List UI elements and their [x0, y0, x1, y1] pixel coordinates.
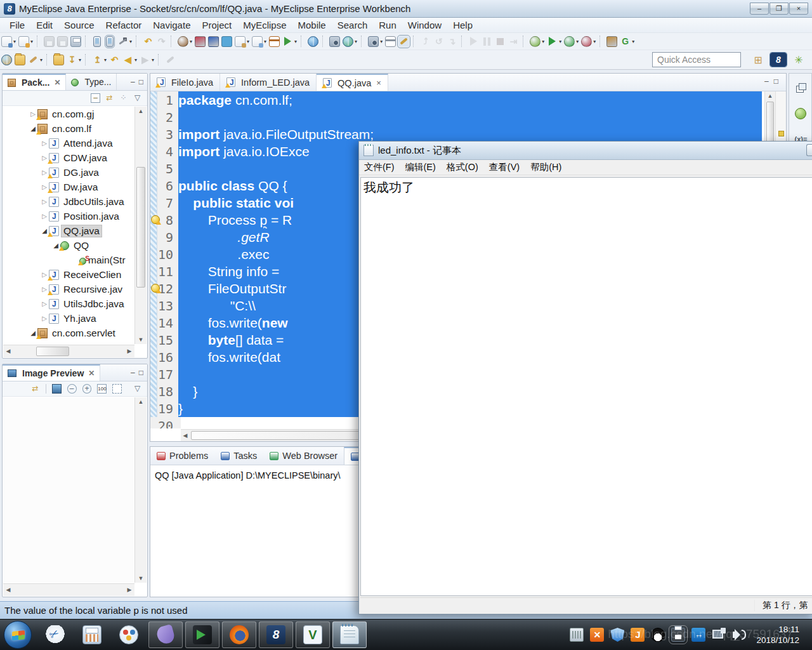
- printer-queue-tray-icon[interactable]: [671, 628, 685, 642]
- tree-item-cdw-java[interactable]: ▷CDW.java: [3, 150, 134, 165]
- debug-icon[interactable]: [530, 36, 540, 47]
- tree-horizontal-scrollbar[interactable]: ◀ ▶: [3, 345, 134, 357]
- close-tab-icon[interactable]: ✕: [54, 78, 60, 87]
- last-edit-location-icon[interactable]: ↶: [109, 55, 120, 65]
- print-icon[interactable]: [70, 36, 81, 47]
- tree-item-utilsjdbc-java[interactable]: ▷UtilsJdbc.java: [3, 296, 134, 311]
- warning-marker[interactable]: [778, 131, 784, 136]
- restore-views-icon[interactable]: [795, 83, 806, 94]
- minimize-view-icon[interactable]: –: [131, 368, 135, 377]
- editor-tab-inform_led.java[interactable]: Inform_LED.java: [220, 74, 317, 91]
- image-icon[interactable]: [52, 384, 62, 394]
- tree-item-main-str[interactable]: Smain(Str: [3, 253, 134, 267]
- debug-perspective-button[interactable]: ✳: [790, 53, 807, 67]
- previous-annotation-dropdown-icon[interactable]: ▾: [104, 57, 107, 63]
- notepad-text-area[interactable]: 我成功了: [360, 177, 812, 596]
- new-web-cube-icon[interactable]: [208, 36, 219, 47]
- close-tab-icon[interactable]: ×: [376, 78, 381, 88]
- dolphin-app-taskbar-button[interactable]: [148, 621, 183, 648]
- new-class-wizard-icon[interactable]: [235, 36, 246, 47]
- maximize-view-icon[interactable]: □: [139, 368, 143, 377]
- tree-item-qq[interactable]: ◢QQ: [3, 238, 134, 253]
- menu-navigate[interactable]: Navigate: [147, 18, 196, 32]
- previous-annotation-icon[interactable]: ↥: [92, 55, 103, 65]
- back-history-dropdown-icon[interactable]: ▾: [134, 57, 137, 63]
- dropdown-menu-icon[interactable]: ▽: [133, 384, 142, 394]
- dropdown-menu-icon[interactable]: ▽: [133, 93, 142, 103]
- menu-search[interactable]: Search: [332, 18, 374, 32]
- debug-view-icon[interactable]: [795, 108, 806, 119]
- editplus-app-taskbar-button[interactable]: [185, 621, 219, 648]
- volume-tray-icon[interactable]: [732, 628, 746, 642]
- mark-occurrences-dropdown-icon[interactable]: ▾: [40, 57, 43, 63]
- tree-item-attend-java[interactable]: ▷Attend.java: [3, 136, 134, 150]
- link-icon[interactable]: ⇄: [30, 384, 40, 394]
- junit-dropdown-icon[interactable]: ▾: [632, 39, 634, 44]
- new-view-wizard-icon[interactable]: [18, 36, 29, 47]
- tree-item-yh-java[interactable]: ▷Yh.java: [3, 311, 134, 326]
- tab-package-explorer[interactable]: Pack... ✕: [3, 74, 66, 90]
- tree-item-cn-com-gj[interactable]: ▷cn.com.gj: [3, 107, 134, 121]
- new-interface-wizard-icon[interactable]: [252, 36, 263, 47]
- run-icon[interactable]: [549, 37, 556, 46]
- myeclipse-taskbar-button[interactable]: 8: [259, 621, 293, 648]
- firefox-taskbar-button[interactable]: [222, 621, 256, 648]
- code-line-2[interactable]: 2: [150, 109, 786, 126]
- start-button[interactable]: [4, 621, 32, 649]
- run-dropdown-icon[interactable]: ▾: [559, 39, 561, 44]
- notepad-taskbar-button[interactable]: [332, 621, 367, 648]
- run-on-server-icon[interactable]: [284, 37, 291, 46]
- tree-item-dw-java[interactable]: ▷Dw.java: [3, 180, 134, 194]
- build-hammer-icon[interactable]: [117, 36, 128, 47]
- view-menu-icon[interactable]: ⁘: [119, 93, 128, 103]
- tab-type-hierarchy[interactable]: Type...: [66, 74, 117, 90]
- tree-vertical-scrollbar[interactable]: ▲ ▼: [134, 107, 147, 344]
- notepad-menu-item[interactable]: 查看(V): [489, 160, 525, 175]
- menu-edit[interactable]: Edit: [30, 18, 58, 32]
- snipping-tool-taskbar-button[interactable]: [38, 621, 72, 648]
- maximize-editor-icon[interactable]: □: [774, 77, 778, 86]
- java-update-tray-icon[interactable]: J: [631, 628, 645, 642]
- notepad-menu-item[interactable]: 编辑(E): [405, 160, 442, 175]
- vm-app-taskbar-button[interactable]: V: [296, 621, 330, 648]
- tree-item-receiveclien[interactable]: ▷ReceiveClien: [3, 267, 134, 282]
- menu-source[interactable]: Source: [58, 18, 100, 32]
- close-tab-icon[interactable]: ✕: [88, 369, 95, 378]
- tree-item-qq-java[interactable]: ◢QQ.java: [3, 223, 134, 238]
- keyboard-layout-tray-icon[interactable]: [570, 628, 584, 642]
- teamviewer-tray-icon[interactable]: ↔: [691, 628, 705, 642]
- report-designer-icon[interactable]: [329, 36, 340, 47]
- tree-item-dg-java[interactable]: ▷DG.java: [3, 165, 134, 180]
- zoom-out-icon[interactable]: –: [67, 384, 77, 394]
- new-bean-dropdown-icon[interactable]: ▾: [190, 39, 192, 44]
- pc-manager-shield-tray-icon[interactable]: [610, 628, 624, 642]
- maximize-view-icon[interactable]: □: [139, 77, 143, 86]
- open-resource-icon[interactable]: [15, 55, 25, 65]
- minimize-editor-icon[interactable]: –: [764, 77, 769, 86]
- open-perspective-button[interactable]: ⊞: [750, 53, 766, 67]
- web-browser-icon[interactable]: [343, 36, 353, 47]
- open-bean-folder-icon[interactable]: [53, 55, 64, 65]
- debug-dropdown-icon[interactable]: ▾: [542, 39, 544, 44]
- junit-icon[interactable]: G: [620, 36, 631, 47]
- tab-web-browser[interactable]: Web Browser: [263, 447, 344, 465]
- warning-annotation-icon[interactable]: [151, 215, 160, 224]
- undo-icon[interactable]: ↶: [143, 36, 154, 47]
- run-history-icon[interactable]: [564, 36, 575, 47]
- tree-item-jdbcutils-java[interactable]: ▷JdbcUtils.java: [3, 194, 134, 209]
- restore-button[interactable]: ❐: [769, 3, 789, 15]
- show-view-list-icon[interactable]: [385, 36, 396, 47]
- profile-dropdown-icon[interactable]: ▾: [593, 39, 596, 44]
- minimize-button[interactable]: –: [750, 3, 769, 15]
- new-interface-wizard-dropdown-icon[interactable]: ▾: [264, 39, 266, 44]
- tree-item-cn-com-lf[interactable]: ◢cn.com.lf: [3, 121, 134, 136]
- minimize-view-icon[interactable]: –: [131, 77, 135, 86]
- tree-item-cn-com-servlet[interactable]: ◢cn.com.servlet: [3, 326, 134, 340]
- warning-annotation-icon[interactable]: [151, 284, 160, 293]
- expand-arrow-icon[interactable]: ▷: [40, 315, 49, 322]
- tab-image-preview[interactable]: Image Preview ✕: [3, 364, 100, 381]
- qq-messenger-tray-icon[interactable]: [651, 628, 665, 642]
- expand-arrow-icon[interactable]: ▷: [40, 213, 49, 220]
- calculator-taskbar-button[interactable]: [75, 621, 109, 648]
- toggle-breakpoints-icon[interactable]: [398, 36, 409, 47]
